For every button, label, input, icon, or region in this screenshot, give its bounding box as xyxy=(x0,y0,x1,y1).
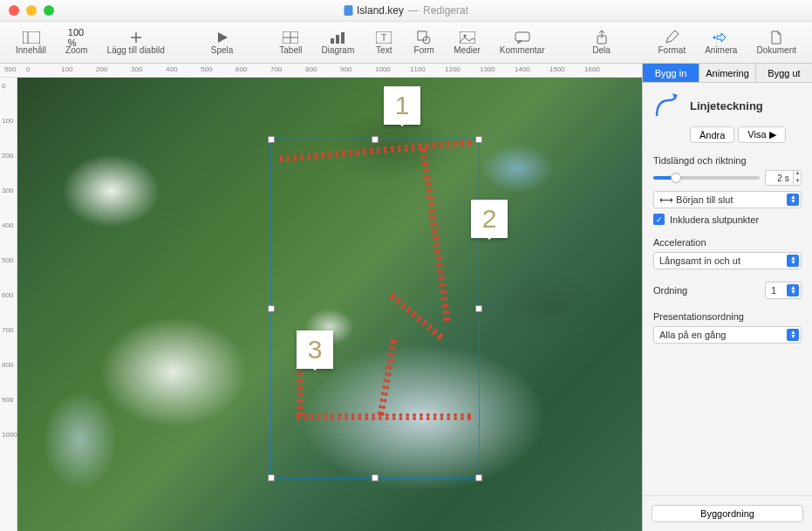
view-button[interactable]: Innehåll xyxy=(7,28,55,57)
resize-handle[interactable] xyxy=(268,474,275,481)
svg-point-17 xyxy=(463,35,466,37)
include-endpoints-checkbox[interactable]: ✓ xyxy=(653,214,665,225)
titlebar: Island.key — Redigerat xyxy=(0,0,812,22)
ruler-horizontal: 500 0 100 200 300 400 500 600 700 800 90… xyxy=(0,64,642,78)
svg-rect-10 xyxy=(336,35,339,44)
play-icon xyxy=(214,30,231,45)
svg-rect-0 xyxy=(23,31,40,44)
animate-button[interactable]: Animera xyxy=(696,28,746,57)
svg-rect-9 xyxy=(331,38,334,44)
map-marker-2[interactable]: 2 xyxy=(471,200,508,238)
edit-status: Redigerat xyxy=(423,4,468,17)
comment-button[interactable]: Kommentar xyxy=(491,28,554,57)
resize-handle[interactable] xyxy=(372,474,379,481)
preview-button[interactable]: Visa ▶ xyxy=(738,126,785,143)
toolbar: Innehåll 100 % Zoom Lägg till diabild Sp… xyxy=(0,22,812,64)
media-icon xyxy=(459,30,476,45)
change-button[interactable]: Ändra xyxy=(690,126,734,143)
animate-icon xyxy=(713,30,730,45)
resize-handle[interactable] xyxy=(475,136,482,143)
delivery-label: Presentationsordning xyxy=(653,311,802,322)
document-icon xyxy=(768,30,785,45)
share-icon xyxy=(593,30,611,45)
chart-button[interactable]: Diagram xyxy=(312,28,363,57)
svg-marker-23 xyxy=(713,36,715,39)
resize-handle[interactable] xyxy=(372,136,379,143)
panels-icon xyxy=(23,30,40,45)
effect-name: Linjeteckning xyxy=(690,99,802,112)
svg-marker-5 xyxy=(218,32,228,43)
resize-handle[interactable] xyxy=(475,474,482,481)
slider-thumb[interactable] xyxy=(671,173,681,183)
share-button[interactable]: Dela xyxy=(583,28,621,57)
text-button[interactable]: T Text xyxy=(365,28,403,57)
map-marker-1[interactable]: 1 xyxy=(384,86,420,125)
svg-marker-22 xyxy=(717,33,726,42)
inspector-panel: Bygg in Animering Bygg ut Linjeteckning … xyxy=(642,64,812,531)
slide-content[interactable]: 1 2 3 xyxy=(17,78,642,531)
inspector-tabs: Bygg in Animering Bygg ut xyxy=(643,64,812,83)
filename: Island.key xyxy=(357,4,404,17)
resize-handle[interactable] xyxy=(268,136,275,143)
shape-button[interactable]: Form xyxy=(405,28,443,57)
brush-icon xyxy=(663,30,680,45)
tab-action[interactable]: Animering xyxy=(699,64,756,82)
line-draw-icon xyxy=(653,92,681,119)
close-icon[interactable] xyxy=(9,5,19,16)
text-icon: T xyxy=(375,30,392,45)
selection-box[interactable] xyxy=(270,139,480,479)
add-slide-button[interactable]: Lägg till diabild xyxy=(99,28,174,57)
map-marker-3[interactable]: 3 xyxy=(297,330,333,369)
table-button[interactable]: Tabell xyxy=(270,28,310,57)
duration-slider[interactable] xyxy=(653,176,760,180)
document-icon xyxy=(344,5,352,16)
canvas[interactable]: 500 0 100 200 300 400 500 600 700 800 90… xyxy=(0,64,642,531)
media-button[interactable]: Medier xyxy=(445,28,489,57)
svg-rect-18 xyxy=(515,32,529,41)
window-controls xyxy=(9,5,54,16)
tab-build-in[interactable]: Bygg in xyxy=(643,64,699,82)
document-button[interactable]: Dokument xyxy=(747,28,805,57)
svg-marker-19 xyxy=(518,41,522,44)
include-endpoints-label: Inkludera slutpunkter xyxy=(670,214,759,225)
svg-text:T: T xyxy=(381,33,386,43)
shape-icon xyxy=(415,30,433,45)
svg-rect-11 xyxy=(341,32,345,44)
zoom-value: 100 % xyxy=(68,30,85,45)
acceleration-label: Acceleration xyxy=(653,237,802,248)
duration-label: Tidslängd och riktning xyxy=(653,155,802,166)
comment-icon xyxy=(514,30,531,45)
build-order-button[interactable]: Byggordning xyxy=(652,505,803,522)
resize-handle[interactable] xyxy=(475,305,482,312)
order-select[interactable]: 1 ▲▼ xyxy=(765,282,802,299)
minimize-icon[interactable] xyxy=(26,5,37,16)
play-button[interactable]: Spela xyxy=(202,28,242,57)
duration-stepper[interactable]: ▲▼ xyxy=(793,170,802,186)
duration-field[interactable]: 2 s ▲▼ xyxy=(765,170,802,186)
acceleration-select[interactable]: Långsamt in och ut ▲▼ xyxy=(653,252,802,269)
order-label: Ordning xyxy=(653,285,687,296)
ruler-vertical: 0 100 200 300 400 500 600 700 800 900 10… xyxy=(0,78,17,531)
plus-icon xyxy=(127,30,145,45)
direction-select[interactable]: ⟷ Början till slut ▲▼ xyxy=(653,191,802,208)
tab-build-out[interactable]: Bygg ut xyxy=(756,64,812,82)
chart-icon xyxy=(329,30,346,45)
resize-handle[interactable] xyxy=(268,305,275,312)
svg-rect-14 xyxy=(418,31,426,40)
table-icon xyxy=(282,30,299,45)
maximize-icon[interactable] xyxy=(44,5,54,16)
window-title: Island.key — Redigerat xyxy=(344,4,468,17)
delivery-select[interactable]: Alla på en gång ▲▼ xyxy=(653,326,802,344)
svg-rect-16 xyxy=(460,31,475,44)
zoom-button[interactable]: 100 % Zoom xyxy=(57,28,97,57)
format-button[interactable]: Format xyxy=(649,28,694,57)
